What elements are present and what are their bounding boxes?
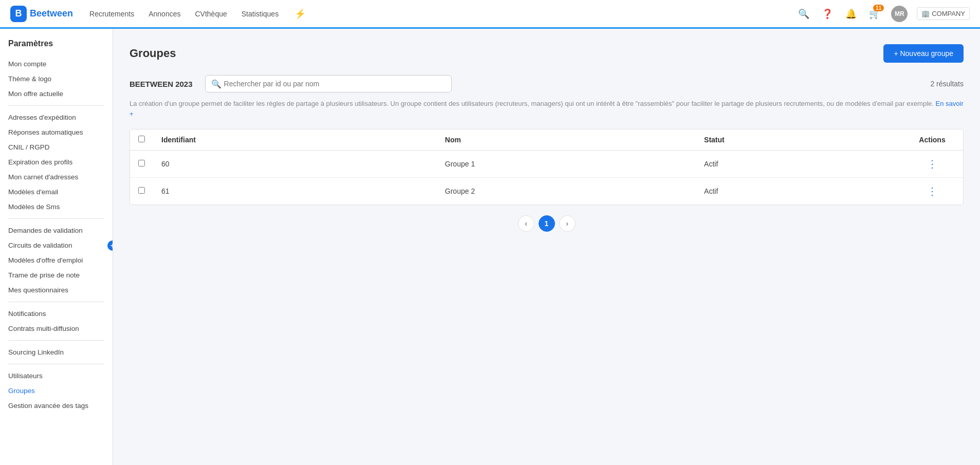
description: La création d'un groupe permet de facili… xyxy=(130,99,964,119)
row1-statut: Actif xyxy=(696,151,901,178)
sidebar-item-demandes[interactable]: Demandes de validation xyxy=(0,223,113,238)
search-icon-inner: 🔍 xyxy=(211,79,221,89)
sidebar-item-carnet[interactable]: Mon carnet d'adresses xyxy=(0,170,113,184)
col-identifiant: Identifiant xyxy=(153,129,437,151)
row2-identifiant: 61 xyxy=(153,178,437,205)
sidebar-item-modeles-email[interactable]: Modèles d'email xyxy=(0,184,113,199)
prev-page-button[interactable]: ‹ xyxy=(518,215,534,232)
company-logo[interactable]: 🏢 COMPANY xyxy=(917,7,970,20)
section-name: BEETWEEN 2023 xyxy=(130,80,193,88)
table-row: 60 Groupe 1 Actif ⋮ xyxy=(130,151,963,178)
row1-checkbox[interactable] xyxy=(138,160,145,166)
top-navigation: B Beetween Recrutements Annonces CVthèqu… xyxy=(0,0,980,29)
row2-menu-button[interactable]: ⋮ xyxy=(927,185,937,197)
sidebar-item-mon-compte[interactable]: Mon compte xyxy=(0,57,113,71)
company-icon: 🏢 xyxy=(921,10,930,17)
logo-icon: B xyxy=(10,6,27,22)
page-1-button[interactable]: 1 xyxy=(539,215,555,232)
cart-badge: 11 xyxy=(873,5,884,11)
row1-actions: ⋮ xyxy=(901,151,963,178)
sidebar-item-linkedin[interactable]: Sourcing LinkedIn xyxy=(0,345,113,360)
select-all-col xyxy=(130,129,153,151)
table-row: 61 Groupe 2 Actif ⋮ xyxy=(130,178,963,205)
row2-checkbox-cell xyxy=(130,178,153,205)
page-header: Groupes + Nouveau groupe xyxy=(130,44,964,63)
sidebar-item-questionnaires[interactable]: Mes questionnaires xyxy=(0,283,113,297)
main-content: Groupes + Nouveau groupe BEETWEEN 2023 🔍… xyxy=(113,29,980,465)
sidebar-item-expiration[interactable]: Expiration des profils xyxy=(0,155,113,170)
nav-cvtheque[interactable]: CVthèque xyxy=(195,10,227,18)
avatar[interactable]: MR xyxy=(891,6,908,22)
sidebar-item-notifications[interactable]: Notifications xyxy=(0,306,113,321)
sidebar-item-contrats[interactable]: Contrats multi-diffusion xyxy=(0,321,113,336)
row2-checkbox[interactable] xyxy=(138,187,145,194)
lightning-icon[interactable]: ⚡ xyxy=(293,7,307,21)
logo-text: Beetween xyxy=(30,8,73,19)
sidebar-divider-4 xyxy=(8,340,104,341)
sidebar-divider-1 xyxy=(8,105,104,106)
sidebar-divider-2 xyxy=(8,218,104,219)
sidebar-item-tags[interactable]: Gestion avancée des tags xyxy=(0,398,113,413)
nav-right: 🔍 ❓ 🔔 🛒 11 MR 🏢 COMPANY xyxy=(797,6,970,22)
search-wrapper: 🔍 xyxy=(205,75,452,92)
sidebar-item-trame[interactable]: Trame de prise de note xyxy=(0,268,113,283)
sidebar-item-mon-offre[interactable]: Mon offre actuelle xyxy=(0,86,113,101)
next-page-button[interactable]: › xyxy=(559,215,576,232)
row2-nom: Groupe 2 xyxy=(437,178,696,205)
select-all-checkbox[interactable] xyxy=(138,136,145,142)
col-actions: Actions xyxy=(901,129,963,151)
sidebar-item-modeles-sms[interactable]: Modèles de Sms xyxy=(0,199,113,214)
sidebar-item-circuits[interactable]: Circuits de validation + xyxy=(0,238,113,253)
cart-icon[interactable]: 🛒 11 xyxy=(867,7,882,21)
nav-annonces[interactable]: Annonces xyxy=(149,10,180,18)
nav-recrutements[interactable]: Recrutements xyxy=(89,10,134,18)
pagination: ‹ 1 › xyxy=(130,215,964,232)
nav-statistiques[interactable]: Statistiques xyxy=(242,10,279,18)
bell-icon[interactable]: 🔔 xyxy=(844,7,858,21)
results-count: 2 résultats xyxy=(930,80,964,88)
row1-menu-button[interactable]: ⋮ xyxy=(927,158,937,170)
sidebar-title: Paramètres xyxy=(0,39,113,57)
sidebar-item-cnil[interactable]: CNIL / RGPD xyxy=(0,140,113,155)
new-group-button[interactable]: + Nouveau groupe xyxy=(883,44,964,63)
col-nom: Nom xyxy=(437,129,696,151)
search-input[interactable] xyxy=(205,75,452,92)
nav-links: Recrutements Annonces CVthèque Statistiq… xyxy=(89,7,307,21)
row2-actions: ⋮ xyxy=(901,178,963,205)
logo[interactable]: B Beetween xyxy=(10,6,73,22)
row1-nom: Groupe 1 xyxy=(437,151,696,178)
col-statut: Statut xyxy=(696,129,901,151)
help-icon[interactable]: ❓ xyxy=(820,7,835,21)
layout: Paramètres Mon compte Thème & logo Mon o… xyxy=(0,29,980,465)
section-header: BEETWEEN 2023 🔍 2 résultats xyxy=(130,75,964,92)
search-icon[interactable]: 🔍 xyxy=(797,7,811,21)
sidebar-item-utilisateurs[interactable]: Utilisateurs xyxy=(0,368,113,383)
sidebar-item-reponses[interactable]: Réponses automatiques xyxy=(0,125,113,140)
sidebar-item-groupes[interactable]: Groupes xyxy=(0,383,113,398)
row1-identifiant: 60 xyxy=(153,151,437,178)
page-title: Groupes xyxy=(130,47,176,60)
company-label: COMPANY xyxy=(932,10,965,17)
groups-table: Identifiant Nom Statut Actions 60 Groupe… xyxy=(130,129,964,205)
sidebar-divider-3 xyxy=(8,302,104,302)
row2-statut: Actif xyxy=(696,178,901,205)
sidebar-item-theme-logo[interactable]: Thème & logo xyxy=(0,71,113,86)
circuits-plus-badge: + xyxy=(107,240,113,251)
sidebar: Paramètres Mon compte Thème & logo Mon o… xyxy=(0,29,113,465)
sidebar-item-adresses[interactable]: Adresses d'expédition xyxy=(0,110,113,125)
row1-checkbox-cell xyxy=(130,151,153,178)
sidebar-item-modeles-offre[interactable]: Modèles d'offre d'emploi xyxy=(0,253,113,268)
sidebar-divider-5 xyxy=(8,364,104,364)
